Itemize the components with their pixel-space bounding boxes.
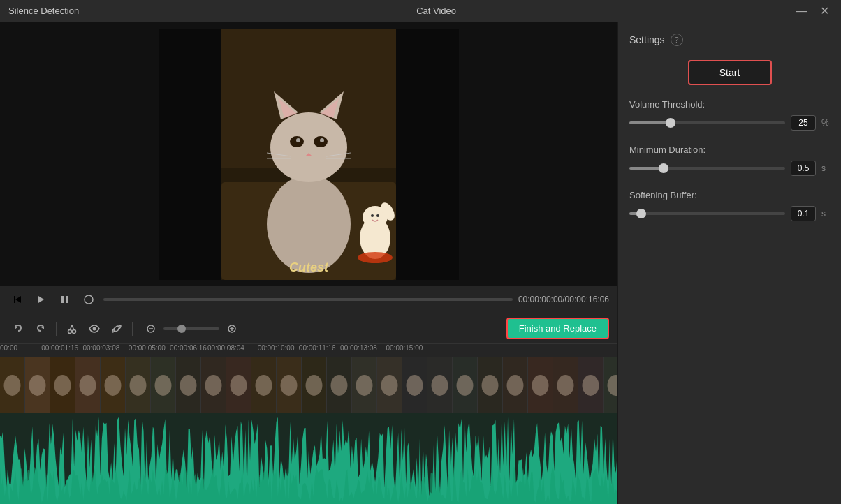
cat-video-frame: Cutest	[159, 29, 459, 280]
titlebar: Silence Detection Cat Video — ✕	[0, 0, 841, 22]
cat-video-svg: Cutest	[159, 29, 459, 280]
minimize-button[interactable]: —	[794, 3, 810, 20]
finish-replace-button[interactable]: Finish and Replace	[506, 318, 609, 339]
zoom-controls	[141, 319, 242, 339]
svg-point-54	[231, 375, 247, 396]
thumbnail-frame	[277, 357, 302, 413]
svg-point-65	[507, 375, 524, 396]
main-content: Cutest 00:00:00:00/00:0	[0, 22, 841, 504]
timecode-mark: 00:00:05:00	[129, 344, 166, 352]
svg-rect-1	[159, 29, 221, 280]
thumbnail-frame	[327, 357, 352, 413]
thumbnail-frame	[604, 357, 617, 413]
thumbnail-frame	[101, 357, 126, 413]
svg-point-68	[583, 375, 599, 396]
svg-point-25	[376, 214, 379, 217]
settings-title: Settings	[629, 34, 665, 45]
eye-button[interactable]	[85, 319, 104, 339]
minimum-duration-label: Minimum Duration:	[629, 144, 830, 155]
softening-buffer-slider[interactable]	[629, 212, 785, 215]
titlebar-controls: — ✕	[794, 3, 833, 20]
svg-point-64	[482, 375, 499, 396]
svg-point-48	[80, 375, 96, 396]
zoom-slider[interactable]	[163, 327, 219, 330]
svg-point-50	[130, 375, 147, 396]
svg-point-46	[29, 375, 46, 396]
timecode-ruler: 00:0000:00:01:1600:00:03:0800:00:05:0000…	[0, 343, 617, 357]
timecode-mark: 00:00:10:00	[258, 344, 295, 352]
svg-point-52	[180, 375, 197, 396]
toolbar: Finish and Replace	[0, 313, 617, 343]
waveform-svg	[0, 413, 617, 504]
thumbnail-frame	[402, 357, 427, 413]
svg-point-27	[358, 252, 393, 263]
undo-button[interactable]	[8, 319, 28, 339]
thumbnail-frame	[427, 357, 453, 413]
help-icon[interactable]: ?	[671, 34, 683, 46]
close-button[interactable]: ✕	[816, 3, 833, 20]
cut-button[interactable]	[62, 319, 82, 339]
zoom-in-button[interactable]	[222, 319, 242, 339]
softening-buffer-label: Softening Buffer:	[629, 190, 830, 200]
separator-1	[56, 322, 57, 336]
svg-point-58	[331, 375, 348, 396]
back-to-start-button[interactable]	[8, 290, 27, 309]
minimum-duration-unit: s	[821, 163, 830, 173]
ruler-container: 00:0000:00:01:1600:00:03:0800:00:05:0000…	[0, 344, 617, 358]
zoom-out-button[interactable]	[141, 319, 161, 339]
thumbnail-frame	[126, 357, 151, 413]
video-canvas: Cutest	[0, 22, 617, 286]
progress-bar[interactable]	[103, 298, 513, 301]
volume-threshold-slider[interactable]	[629, 121, 785, 124]
volume-threshold-unit: %	[821, 118, 830, 128]
video-preview[interactable]: Cutest	[0, 22, 617, 286]
timecode-mark: 00:00:11:16	[299, 344, 336, 352]
svg-point-51	[155, 375, 172, 396]
svg-point-62	[432, 375, 448, 396]
svg-point-36	[73, 329, 76, 333]
svg-rect-32	[61, 296, 64, 303]
thumbnail-frame	[453, 357, 478, 413]
separator-2	[132, 322, 133, 336]
link-button[interactable]	[107, 319, 126, 339]
start-button[interactable]: Start	[688, 60, 772, 85]
softening-buffer-row: 0.1 s	[629, 206, 830, 221]
timecode-mark: 00:00	[0, 344, 17, 352]
thumbnail-frame	[25, 357, 50, 413]
thumbnail-frame	[352, 357, 377, 413]
thumbnail-frame	[226, 357, 251, 413]
play-button[interactable]	[32, 290, 50, 309]
stop-button[interactable]	[80, 290, 98, 309]
timeline-area: 00:0000:00:01:1600:00:03:0800:00:05:0000…	[0, 343, 617, 504]
thumbnail-frame	[553, 357, 578, 413]
video-area: Cutest 00:00:00:00/00:0	[0, 22, 617, 504]
timecode-mark: 00:00:01:16	[41, 344, 78, 352]
minimum-duration-slider[interactable]	[629, 167, 785, 170]
svg-marker-29	[14, 296, 15, 303]
svg-point-63	[457, 375, 474, 396]
thumbnail-frame	[176, 357, 201, 413]
loop-button[interactable]	[56, 290, 74, 309]
thumbnail-frame	[528, 357, 553, 413]
svg-line-37	[70, 325, 72, 330]
timecode-mark: 00:00:03:08	[82, 344, 119, 352]
volume-threshold-row: 25 %	[629, 115, 830, 131]
timecode-mark: 00:00:13:08	[340, 344, 377, 352]
svg-point-55	[256, 375, 272, 396]
softening-buffer-value: 0.1	[791, 206, 816, 221]
thumbnail-frame	[75, 357, 101, 413]
svg-point-66	[532, 375, 549, 396]
file-title: Cat Video	[416, 6, 456, 16]
right-panel: Settings ? Start Volume Threshold: 25 % …	[617, 22, 841, 504]
svg-point-8	[270, 112, 347, 182]
svg-point-57	[306, 375, 323, 396]
redo-button[interactable]	[31, 319, 50, 339]
timecode-mark: 00:00:06:16	[170, 344, 207, 352]
thumbnail-frame	[0, 357, 25, 413]
minimum-duration-value: 0.5	[791, 161, 816, 176]
svg-point-60	[381, 375, 398, 396]
video-controls: 00:00:00:00/00:00:16:06	[0, 286, 617, 313]
svg-point-7	[267, 175, 351, 273]
svg-point-47	[54, 375, 71, 396]
svg-point-59	[356, 375, 373, 396]
